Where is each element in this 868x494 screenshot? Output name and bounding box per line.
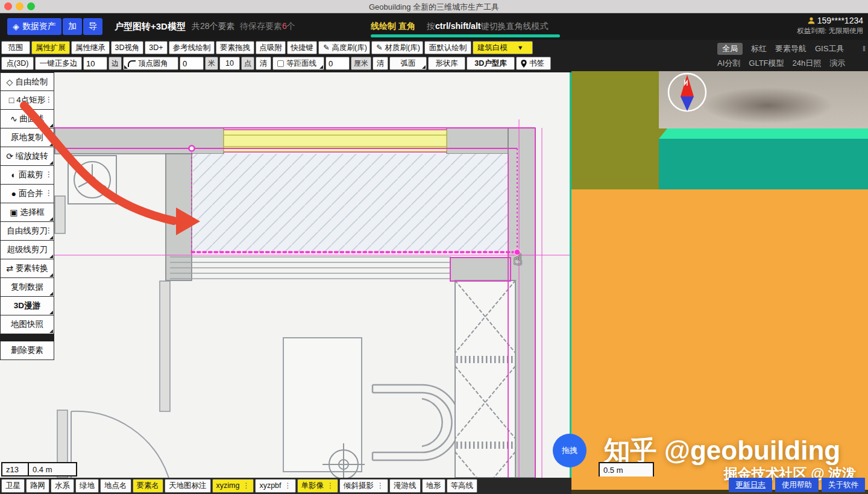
more-options-icon[interactable]: ⋮ bbox=[377, 480, 384, 492]
layer-single-image[interactable]: 单影像⋮ bbox=[297, 479, 339, 493]
sidebar-item-face-clip[interactable]: ◐面裁剪⋮ bbox=[0, 166, 54, 185]
layer-oblique-photo[interactable]: 倾斜摄影⋮ bbox=[339, 479, 388, 493]
hatched-selection-area[interactable] bbox=[193, 154, 508, 252]
tool-point-3d[interactable]: 点(3D) bbox=[1, 57, 34, 70]
tool-bookmark[interactable]: 书签 bbox=[516, 57, 551, 70]
more-options-icon[interactable]: ⋮ bbox=[45, 95, 52, 104]
layer-water[interactable]: 水系 bbox=[51, 479, 74, 493]
sidebar-item-select-box[interactable]: ▣选择框 bbox=[0, 203, 54, 222]
tool-arc-face[interactable]: 弧面 bbox=[389, 57, 427, 70]
selection-handle-topleft[interactable] bbox=[189, 146, 195, 151]
sidebar-item-curve-line[interactable]: ∿曲面线 bbox=[0, 110, 54, 128]
viewer-tab-24h-sun[interactable]: 24h日照 bbox=[793, 58, 822, 69]
more-options-icon[interactable]: ⋮ bbox=[242, 480, 250, 492]
viewer-tab-ai-split[interactable]: AI分割 bbox=[717, 58, 740, 69]
sidebar-item-free-draw[interactable]: ◇自由绘制 bbox=[0, 72, 54, 91]
toolbar-row-2: 点(3D) 一键正多边 边 顶点圆角 米 10 点 清 等距面线 厘米 清 弧面… bbox=[1, 55, 551, 71]
tool-label: 材质刷(库) bbox=[385, 42, 420, 54]
layer-terrain[interactable]: 地形 bbox=[422, 479, 445, 493]
drag-handle-button[interactable]: 拖拽 bbox=[553, 434, 587, 467]
tool-label: 一键正多边 bbox=[40, 57, 78, 69]
equidistant-input[interactable] bbox=[326, 57, 350, 70]
clear-fillet-button[interactable]: 清 bbox=[256, 57, 271, 70]
sidebar-item-face-merge[interactable]: ●面合并⋮ bbox=[0, 185, 54, 203]
tool-label: 参考线绘制 bbox=[173, 42, 211, 54]
panel-divider[interactable] bbox=[570, 72, 571, 478]
help-button[interactable]: 使用帮助 bbox=[775, 478, 819, 492]
tool-height-brush[interactable]: ✎高度刷(库) bbox=[318, 41, 370, 54]
sidebar-item-3d-roam[interactable]: 3D漫游 bbox=[0, 297, 54, 315]
tool-shape-library[interactable]: 形状库 bbox=[428, 57, 465, 70]
viewer-tab-mark-red[interactable]: 标红 bbox=[751, 43, 767, 54]
checkbox-icon[interactable] bbox=[277, 60, 284, 67]
clear-equidistant-button[interactable]: 清 bbox=[373, 57, 388, 70]
floorplan-canvas[interactable]: ☝ z13 0.4 m bbox=[0, 72, 570, 478]
tool-regular-polygon[interactable]: 一键正多边 bbox=[35, 57, 82, 70]
more-options-icon[interactable]: ⋮ bbox=[327, 480, 334, 492]
data-asset-button[interactable]: ◈ 数据资产 bbox=[7, 18, 61, 35]
viewer-tab-gltf-model[interactable]: GLTF模型 bbox=[749, 58, 784, 69]
sidebar-item-scale-rotate[interactable]: ⟳缩放旋转 bbox=[0, 147, 54, 166]
fillet-radius-input[interactable] bbox=[180, 57, 204, 70]
more-options-icon[interactable]: ⋮ bbox=[45, 226, 52, 235]
more-options-icon[interactable]: ⋮ bbox=[285, 480, 292, 492]
layer-xyzimg[interactable]: xyzimg⋮ bbox=[212, 479, 254, 493]
layer-xyzpbf[interactable]: xyzpbf⋮ bbox=[255, 479, 295, 493]
layer-contour[interactable]: 等高线 bbox=[447, 479, 478, 493]
polygon-sides-input[interactable] bbox=[83, 57, 107, 70]
more-options-icon[interactable]: ⋮ bbox=[45, 189, 52, 197]
tool-reference-line[interactable]: 参考线绘制 bbox=[169, 41, 215, 54]
sidebar-item-element-convert[interactable]: ⇄要素转换 bbox=[0, 259, 54, 278]
sidebar-item-copy-data[interactable]: 复制数据 bbox=[0, 278, 54, 297]
layer-green[interactable]: 绿地 bbox=[75, 479, 99, 493]
tool-3d-house-library[interactable]: 3D户型库 bbox=[467, 57, 515, 70]
sidebar-item-map-snapshot[interactable]: 地图快照 bbox=[0, 315, 54, 334]
sidebar-item-free-line-scissors[interactable]: 自由线剪刀⋮ bbox=[0, 222, 54, 241]
license-status: 权益到期: 无限期使用 bbox=[797, 26, 863, 36]
sidebar-label: 3D漫游 bbox=[14, 300, 40, 311]
more-options-icon[interactable]: ⋮ bbox=[45, 170, 52, 179]
tool-face-default-draw[interactable]: 面默认绘制 bbox=[424, 41, 471, 54]
tool-equidistant-face-line[interactable]: 等距面线 bbox=[272, 57, 324, 70]
changelog-button[interactable]: 更新日志 bbox=[729, 478, 772, 492]
tool-element-drag[interactable]: 要素拖拽 bbox=[216, 41, 254, 54]
layer-element-names[interactable]: 要素名 bbox=[133, 479, 164, 493]
viewer-tab-global[interactable]: 全局 bbox=[717, 43, 743, 55]
compass-icon[interactable] bbox=[666, 71, 708, 113]
about-button[interactable]: 关于软件 bbox=[822, 478, 865, 492]
tool-material-brush[interactable]: ✎材质刷(库) bbox=[371, 41, 423, 54]
fillet-points-value[interactable]: 10 bbox=[219, 57, 240, 70]
layer-roads[interactable]: 路网 bbox=[26, 479, 49, 493]
add-button[interactable]: 加 bbox=[63, 18, 82, 35]
tool-shortcuts[interactable]: 快捷键 bbox=[287, 41, 317, 54]
building-teal-roof bbox=[659, 128, 868, 139]
sidebar-item-super-line-scissors[interactable]: 超级线剪刀 bbox=[0, 241, 54, 259]
add-label: 加 bbox=[68, 21, 77, 32]
sidebar-item-delete-element[interactable]: 删除要素 bbox=[0, 341, 54, 360]
tool-3d-view[interactable]: 3D视角 bbox=[111, 41, 143, 54]
layer-place-names[interactable]: 地点名 bbox=[100, 479, 131, 493]
tool-range[interactable]: 范围 bbox=[1, 41, 30, 54]
layer-roam-line[interactable]: 漫游线 bbox=[389, 479, 421, 493]
export-button[interactable]: 导 bbox=[83, 18, 102, 35]
sidebar-label: 自由绘制 bbox=[15, 77, 48, 87]
map-scale-indicator: 0.4 m bbox=[28, 462, 77, 477]
tool-point-snap[interactable]: 点吸附 bbox=[256, 41, 286, 54]
layer-tianditu-labels[interactable]: 天地图标注 bbox=[165, 479, 211, 493]
tool-attribute-inherit[interactable]: 属性继承 bbox=[71, 41, 110, 54]
tool-attribute-extend[interactable]: 属性扩展 bbox=[31, 41, 70, 54]
viewer-3d[interactable]: 知乎 @geobuilding 掘金技术社区 @ 波泼 0.5 m 更新日志 使… bbox=[571, 71, 868, 494]
viewer-tab-demo[interactable]: 演示 bbox=[829, 58, 845, 69]
project-title: 户型图转+3D模型 bbox=[115, 21, 186, 33]
building-white-model-dropdown[interactable]: 建筑白模▾ bbox=[473, 41, 533, 54]
viewer-tab-element-nav[interactable]: 要素导航 bbox=[775, 43, 807, 54]
chair-symbol bbox=[373, 385, 460, 460]
sidebar-item-copy-in-place[interactable]: 原地复制 bbox=[0, 128, 54, 147]
sidebar-item-4pt-rect[interactable]: □4点矩形⋮ bbox=[0, 91, 54, 110]
tool-3d-plus[interactable]: 3D+ bbox=[145, 41, 168, 54]
unsaved-count: 待保存要素6个 bbox=[240, 21, 295, 32]
pause-icon[interactable]: ‖ bbox=[863, 45, 866, 53]
viewer-tab-gis-tools[interactable]: GIS工具 bbox=[815, 43, 844, 54]
layer-satellite[interactable]: 卫星 bbox=[1, 479, 25, 493]
tool-vertex-fillet[interactable]: 顶点圆角 bbox=[123, 57, 178, 70]
